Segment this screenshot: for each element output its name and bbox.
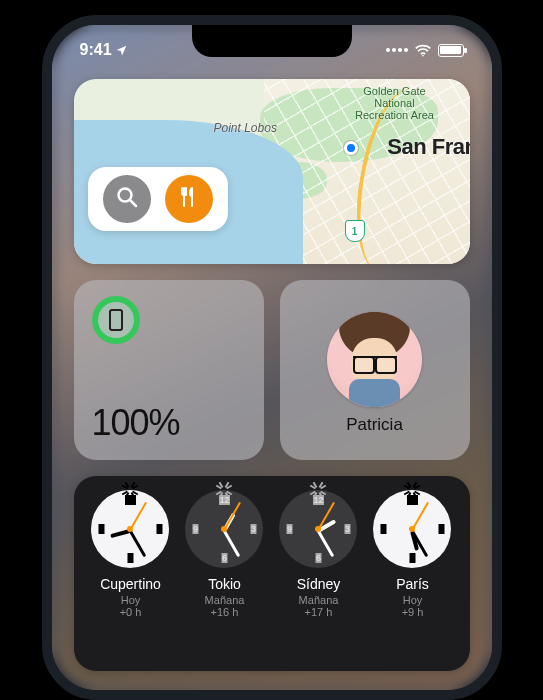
clock-day: Mañana <box>205 594 245 606</box>
search-icon <box>115 185 139 213</box>
notch <box>192 25 352 57</box>
maps-widget[interactable]: Golden Gate National Recreation Area Poi… <box>74 79 470 264</box>
battery-icon <box>438 44 464 57</box>
clock-column[interactable]: 36912TokioMañana+16 h <box>179 490 269 661</box>
battery-percent: 100% <box>92 402 246 444</box>
status-time: 9:41 <box>80 41 112 59</box>
maps-quick-actions <box>88 167 228 231</box>
clock-face: 36912 <box>185 490 263 568</box>
svg-point-0 <box>422 54 424 56</box>
clock-offset: +17 h <box>305 606 333 618</box>
clock-city: Tokio <box>208 576 241 592</box>
map-label-city: San Fran <box>387 134 469 160</box>
svg-line-2 <box>130 200 136 206</box>
clock-offset: +16 h <box>211 606 239 618</box>
world-clock-widget[interactable]: 36912CupertinoHoy+0 h36912TokioMañana+16… <box>74 476 470 671</box>
clock-day: Hoy <box>403 594 423 606</box>
clock-city: Sídney <box>297 576 341 592</box>
map-label-park: Golden Gate National Recreation Area <box>350 85 440 121</box>
clock-column[interactable]: 36912CupertinoHoy+0 h <box>85 490 175 661</box>
wifi-icon <box>414 44 432 57</box>
clock-column[interactable]: 36912ParísHoy+9 h <box>367 490 457 661</box>
route-shield: 1 <box>345 220 365 242</box>
clock-day: Hoy <box>121 594 141 606</box>
clock-offset: +0 h <box>120 606 142 618</box>
clock-column[interactable]: 36912SídneyMañana+17 h <box>273 490 363 661</box>
clock-face: 36912 <box>373 490 451 568</box>
battery-ring-icon <box>92 296 140 344</box>
iphone-frame: 9:41 Golden <box>42 15 502 700</box>
contact-name: Patricia <box>346 415 403 435</box>
battery-widget[interactable]: 100% <box>74 280 264 460</box>
cellular-signal-icon <box>386 48 408 52</box>
clock-face: 36912 <box>91 490 169 568</box>
contact-widget[interactable]: Patricia <box>280 280 470 460</box>
clock-city: Cupertino <box>100 576 161 592</box>
clock-offset: +9 h <box>402 606 424 618</box>
location-arrow-icon <box>115 44 128 57</box>
avatar <box>327 312 422 407</box>
clock-face: 36912 <box>279 490 357 568</box>
clock-day: Mañana <box>299 594 339 606</box>
clock-city: París <box>396 576 429 592</box>
maps-restaurants-button[interactable] <box>165 175 213 223</box>
fork-knife-icon <box>177 185 201 213</box>
current-location-dot <box>344 141 358 155</box>
phone-device-icon <box>109 309 123 331</box>
maps-search-button[interactable] <box>103 175 151 223</box>
map-label-point: Point Lobos <box>214 121 277 135</box>
